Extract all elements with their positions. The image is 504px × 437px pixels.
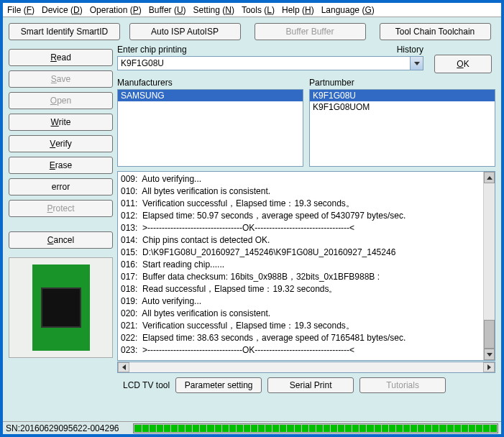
partnumber-label: Partnumber [309,78,495,88]
chip-combo[interactable] [117,56,423,70]
device-photo [9,257,113,358]
log-line: 016: Start reading chip...... [121,259,492,271]
serial-number: SN:20160629095622-004296 [6,423,119,433]
open-button: Open [9,92,113,109]
read-button[interactable]: Read [9,49,113,66]
menu-help[interactable]: Help (H) [279,4,317,17]
verify-button[interactable]: Verify [9,135,113,152]
log-line: 022: Elapsed time: 38.63 seconds，average… [121,332,492,344]
vertical-scrollbar[interactable] [483,172,495,360]
save-button: Save [9,70,113,88]
log-line: 021: Verification successful，Elapsed tim… [121,320,492,332]
left-sidebar: Read Save Open Write Verify Erase error … [9,43,113,395]
scroll-up-button[interactable] [484,172,495,183]
write-button[interactable]: Write [9,114,113,131]
chevron-down-icon [487,353,492,356]
scroll-thumb[interactable] [484,320,495,349]
log-line: 017: Buffer data checksum: 16bits_0x988B… [121,271,492,283]
log-line: 009: Auto verifying... [121,173,492,185]
smart-identify-button[interactable]: Smart Identify SmartID [9,23,120,40]
tutorials-button: Tutorials [359,377,446,393]
horizontal-scrollbar[interactable] [117,362,495,373]
main-panel: Enter chip printing History OK Manufactu… [117,43,495,395]
erase-button[interactable]: Erase [9,157,113,174]
menubar: File (F)Device (D)Operation (P)Buffer (U… [3,3,501,17]
auto-isp-button[interactable]: Auto ISP AutoISP [129,23,241,40]
protect-button: Protect [9,200,113,217]
enter-chip-label: Enter chip printing [117,45,187,55]
bottom-toolbar: LCD TV tool Parameter setting Serial Pri… [117,373,495,395]
menu-tools[interactable]: Tools (L) [239,4,278,17]
ok-button[interactable]: OK [434,55,492,73]
lcd-tv-tool-label: LCD TV tool [123,380,170,390]
history-label: History [397,45,423,55]
chevron-down-icon [414,62,420,65]
menu-operation[interactable]: Operation (P) [87,4,145,17]
scroll-right-button[interactable] [483,362,495,372]
chip-dropdown-button[interactable] [410,57,423,70]
menu-language[interactable]: Language (G) [319,4,377,17]
scroll-down-button[interactable] [484,349,495,360]
menu-file[interactable]: File (F) [4,4,37,17]
list-item[interactable]: SAMSUNG [118,90,303,101]
status-bar: SN:20160629095622-004296 [3,421,501,434]
log-line: 015: D:\K9F1G08U_20160927_145246\K9F1G08… [121,247,492,259]
log-line: 011: Verification successful，Elapsed tim… [121,198,492,210]
list-item[interactable]: K9F1G08UOM [310,101,495,113]
list-item[interactable]: K9F1G08U [310,90,495,101]
tool-chain-button[interactable]: Tool Chain Toolchain [380,23,491,40]
log-line: 020: All bytes verification is consisten… [121,308,492,320]
log-line: 023: >---------------------------------O… [121,344,492,356]
chevron-left-icon [122,364,126,370]
manufacturers-label: Manufacturers [117,78,303,88]
log-line: 018: Read successful，Elapsed time：19.32 … [121,283,492,295]
manufacturers-list[interactable]: SAMSUNG [117,89,303,167]
log-line: 013: >---------------------------------O… [121,222,492,234]
toolbar: Smart Identify SmartID Auto ISP AutoISP … [3,17,501,43]
cancel-button[interactable]: Cancel [9,231,113,249]
chevron-up-icon [487,176,492,180]
log-textarea[interactable]: 009: Auto verifying...010: All bytes ver… [117,171,495,361]
error-button[interactable]: error [9,178,113,196]
buffer-button[interactable]: Buffer Buffer [255,23,366,40]
log-line: 012: Elapsed time: 50.97 seconds，average… [121,210,492,222]
chip-input[interactable] [118,57,410,70]
progress-bar [133,423,498,433]
log-line: 019: Auto verifying... [121,295,492,308]
parameter-setting-button[interactable]: Parameter setting [175,377,262,393]
menu-device[interactable]: Device (D) [39,4,86,17]
menu-buffer[interactable]: Buffer (U) [146,4,189,17]
log-line: 014: Chip pins contact is detected OK. [121,234,492,247]
scroll-left-button[interactable] [118,362,129,372]
serial-print-button[interactable]: Serial Print [267,377,354,393]
chevron-right-icon [487,364,491,370]
partnumber-list[interactable]: K9F1G08UK9F1G08UOM [309,89,495,167]
log-line: 010: All bytes verification is consisten… [121,185,492,198]
menu-setting[interactable]: Setting (N) [191,4,237,17]
